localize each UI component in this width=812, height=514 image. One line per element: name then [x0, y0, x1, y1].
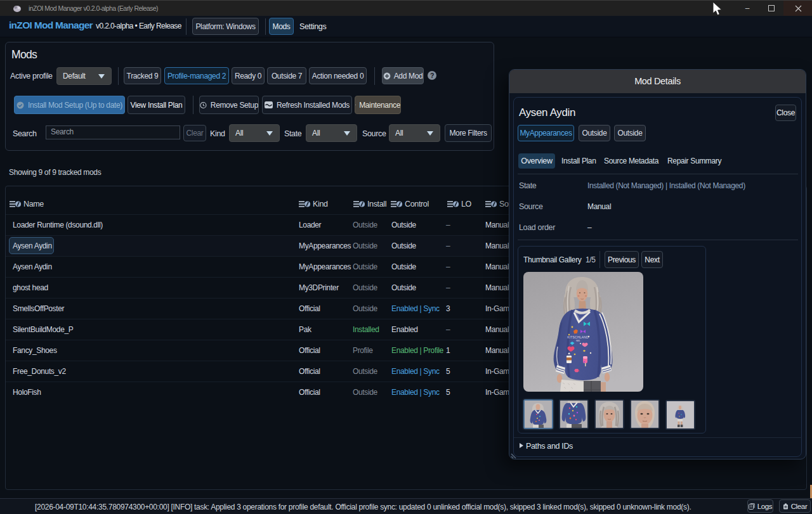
svg-text:PARIS: PARIS	[576, 340, 580, 342]
svg-text:KITSCHLAND: KITSCHLAND	[567, 335, 589, 339]
